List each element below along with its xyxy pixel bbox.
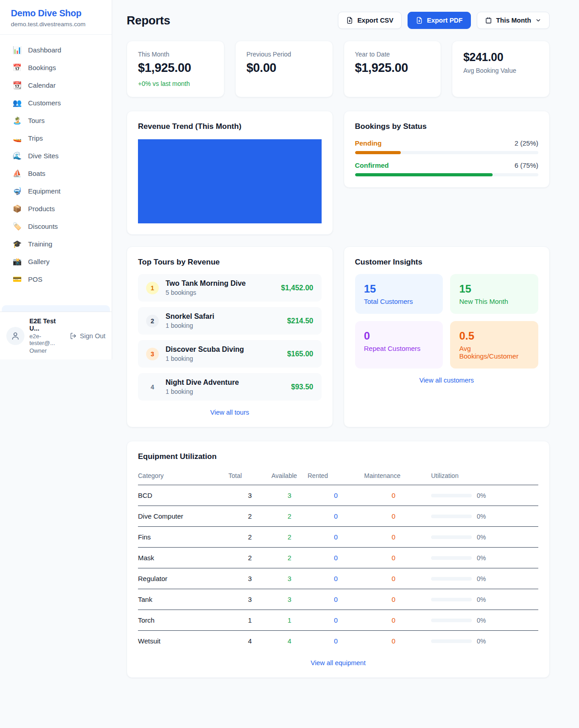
sidebar-item-discounts[interactable]: 🏷️ Discounts	[5, 218, 106, 234]
cell-available: 3	[271, 589, 308, 610]
column-header: Available	[271, 468, 308, 485]
cell-available: 2	[271, 506, 308, 527]
top-tours-title: Top Tours by Revenue	[138, 258, 322, 267]
utilization-bar	[431, 639, 472, 643]
sidebar-item-equipment[interactable]: 🤿 Equipment	[5, 183, 106, 199]
sidebar-item-dive-sites[interactable]: 🌊 Dive Sites	[5, 148, 106, 164]
cell-total: 1	[228, 610, 271, 631]
sidebar-item-trips[interactable]: 🚤 Trips	[5, 130, 106, 146]
insight-value: 15	[364, 283, 434, 295]
utilization-bar	[431, 598, 472, 601]
cell-rented: 0	[308, 589, 364, 610]
dive-sites-icon: 🌊	[13, 152, 22, 160]
table-row: Torch 1 1 0 0 0%	[138, 610, 538, 631]
table-row: Regulator 3 3 0 0 0%	[138, 568, 538, 589]
cell-utilization: 0%	[423, 589, 538, 610]
insight-label: New This Month	[459, 298, 529, 305]
export-csv-button[interactable]: Export CSV	[338, 12, 402, 29]
equipment-utilization-title: Equipment Utilization	[138, 452, 538, 461]
cell-utilization: 0%	[423, 548, 538, 568]
sidebar-item-tours[interactable]: 🏝️ Tours	[5, 113, 106, 128]
brand-block: Demo Dive Shop demo.test.divestreams.com	[0, 0, 112, 35]
sidebar-item-customers[interactable]: 👥 Customers	[5, 95, 106, 111]
sidebar-item-label: Tours	[28, 117, 45, 124]
utilization-percent: 0%	[477, 554, 486, 562]
cell-utilization: 0%	[423, 527, 538, 548]
cell-category: Regulator	[138, 568, 228, 589]
file-icon	[416, 17, 423, 24]
utilization-bar	[431, 619, 472, 622]
user-email: e2e-tester@...	[29, 333, 65, 346]
rank-badge: 4	[146, 381, 159, 393]
revenue-trend-title: Revenue Trend (This Month)	[138, 122, 322, 131]
sidebar-item-label: Boats	[28, 170, 45, 177]
utilization-percent: 0%	[477, 596, 486, 603]
table-row: Tank 3 3 0 0 0%	[138, 589, 538, 610]
calendar-icon	[485, 17, 492, 24]
tour-list-item: 2 Snorkel Safari 1 booking $214.50	[138, 307, 322, 335]
period-dropdown[interactable]: This Month	[477, 12, 550, 29]
utilization-percent: 0%	[477, 534, 486, 541]
sign-out-icon	[70, 332, 77, 340]
products-icon: 📦	[13, 205, 22, 213]
cell-available: 4	[271, 631, 308, 652]
header-actions: Export CSV Export PDF This Month	[338, 12, 550, 29]
view-all-customers-link[interactable]: View all customers	[355, 377, 539, 384]
sidebar-item-boats[interactable]: ⛵ Boats	[5, 165, 106, 181]
cell-rented: 0	[308, 631, 364, 652]
rank-badge: 1	[146, 282, 159, 294]
sidebar-item-products[interactable]: 📦 Products	[5, 201, 106, 217]
status-bar-fill	[355, 151, 401, 154]
stat-value: $1,925.00	[355, 61, 430, 75]
dashboard-icon: 📊	[13, 47, 22, 54]
sidebar-item-dashboard[interactable]: 📊 Dashboard	[5, 42, 106, 58]
insight-value: 0.5	[459, 330, 529, 342]
view-all-equipment-link[interactable]: View all equipment	[138, 659, 538, 667]
cell-rented: 0	[308, 568, 364, 589]
sidebar-item-label: Calendar	[28, 81, 56, 89]
sidebar-item-label: Training	[28, 240, 52, 248]
training-icon: 🎓	[13, 241, 22, 248]
tour-list: 1 Two Tank Morning Dive 5 bookings $1,45…	[138, 274, 322, 401]
page-header: Reports Export CSV Export PDF This Month	[127, 12, 550, 29]
stat-value: $1,925.00	[138, 61, 213, 75]
tour-list-item: 1 Two Tank Morning Dive 5 bookings $1,45…	[138, 274, 322, 302]
table-row: Dive Computer 2 2 0 0 0%	[138, 506, 538, 527]
period-label: This Month	[496, 17, 531, 24]
status-label: Confirmed	[355, 161, 389, 169]
user-name: E2E Test U...	[29, 317, 65, 332]
revenue-trend-card: Revenue Trend (This Month)	[127, 111, 333, 235]
utilization-bar	[431, 556, 472, 560]
sidebar-item-training[interactable]: 🎓 Training	[5, 236, 106, 252]
stat-value: $0.00	[247, 61, 322, 75]
cell-total: 2	[228, 548, 271, 568]
sidebar-item-bookings[interactable]: 📅 Bookings	[5, 60, 106, 76]
customer-insights-title: Customer Insights	[355, 258, 539, 267]
sidebar-item-gallery[interactable]: 📸 Gallery	[5, 254, 106, 269]
cell-maintenance: 0	[364, 589, 423, 610]
tour-name: Discover Scuba Diving	[166, 345, 280, 354]
tour-name: Two Tank Morning Dive	[166, 279, 274, 288]
table-header-row: Category Total Available Rented Maintena…	[138, 468, 538, 485]
boats-icon: ⛵	[13, 170, 22, 177]
sidebar-item-label: Products	[28, 205, 55, 213]
status-row: Pending 2 (25%)	[355, 139, 539, 154]
export-pdf-button[interactable]: Export PDF	[408, 12, 471, 29]
equipment-icon: 🤿	[13, 188, 22, 195]
sidebar: Demo Dive Shop demo.test.divestreams.com…	[0, 0, 112, 359]
column-header: Rented	[308, 468, 364, 485]
stat-card: This Month $1,925.00 +0% vs last month	[127, 41, 224, 97]
tour-info: Night Dive Adventure 1 booking	[166, 378, 285, 395]
insight-value: 15	[459, 283, 529, 295]
insight-label: Repeat Customers	[364, 345, 434, 352]
sidebar-item-reports-active-partial[interactable]	[2, 305, 110, 312]
sidebar-item-calendar[interactable]: 📆 Calendar	[5, 77, 106, 93]
utilization-percent: 0%	[477, 492, 486, 499]
shop-domain: demo.test.divestreams.com	[11, 21, 101, 28]
cell-category: Tank	[138, 589, 228, 610]
sidebar-item-pos[interactable]: 💳 POS	[5, 271, 106, 287]
cell-maintenance: 0	[364, 485, 423, 506]
sign-out-button[interactable]: Sign Out	[70, 332, 105, 340]
view-all-tours-link[interactable]: View all tours	[138, 409, 322, 416]
cell-total: 4	[228, 631, 271, 652]
